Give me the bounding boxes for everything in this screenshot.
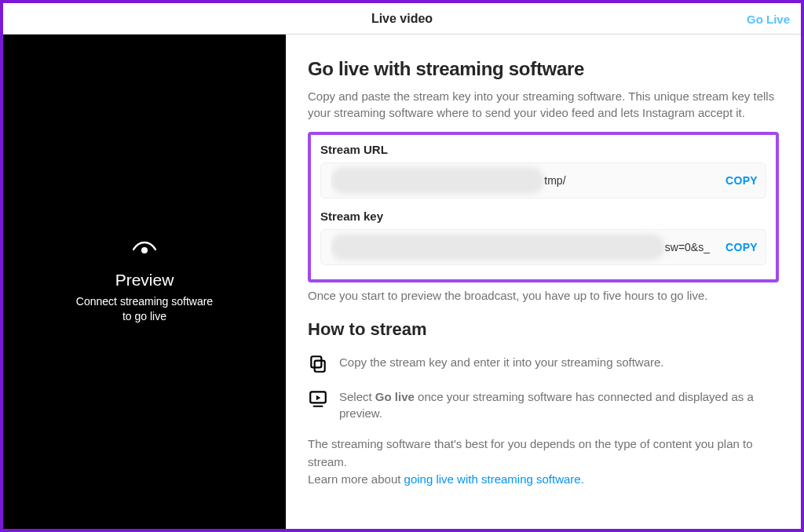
stream-key-value: sw=0&s_ (331, 230, 719, 264)
page-heading: Go live with streaming software (308, 58, 779, 80)
how-to-stream-heading: How to stream (308, 319, 779, 340)
step-2-pre: Select (339, 390, 375, 403)
learn-more-pre: Learn more about (308, 472, 404, 486)
stream-key-tail: sw=0&s_ (665, 241, 710, 253)
stream-key-field[interactable]: sw=0&s_ COPY (320, 229, 766, 265)
stream-key-label: Stream key (320, 210, 766, 223)
learn-more-link[interactable]: going live with streaming software. (404, 472, 584, 486)
footer-note: The streaming software that's best for y… (308, 435, 779, 489)
copy-stream-key-button[interactable]: COPY (725, 241, 758, 253)
step-1-text: Copy the stream key and enter it into yo… (339, 354, 664, 370)
redaction-smudge (331, 167, 544, 194)
step-1: Copy the stream key and enter it into yo… (308, 354, 779, 374)
dialog-title: Live video (371, 12, 433, 26)
stream-url-tail: tmp/ (544, 174, 565, 187)
svg-rect-2 (311, 356, 321, 367)
preview-pane: Preview Connect streaming software to go… (3, 35, 286, 529)
footer-note-text: The streaming software that's best for y… (308, 437, 753, 468)
stream-credentials-box: Stream URL tmp/ COPY Stream key (308, 132, 779, 282)
redaction-smudge (331, 234, 665, 261)
step-2-bold: Go live (375, 390, 415, 403)
preview-subtitle-line1: Connect streaming software (76, 295, 213, 308)
preview-title: Preview (115, 271, 174, 290)
preview-time-note: Once you start to preview the broadcast,… (308, 289, 779, 302)
step-2-text: Select Go live once your streaming softw… (339, 388, 779, 421)
copy-icon (308, 354, 328, 374)
step-2: Select Go live once your streaming softw… (308, 388, 779, 421)
preview-subtitle-line2: to go live (122, 310, 166, 322)
live-video-dialog: Live video Go Live Preview Connect strea… (0, 0, 804, 532)
go-live-button[interactable]: Go Live (747, 12, 790, 25)
stream-url-block: Stream URL tmp/ COPY (320, 143, 766, 199)
svg-point-0 (141, 247, 148, 253)
copy-stream-url-button[interactable]: COPY (725, 174, 758, 187)
stream-url-value: tmp/ (331, 163, 719, 198)
eye-icon (133, 239, 156, 260)
svg-rect-1 (315, 361, 325, 372)
main-pane: Go live with streaming software Copy and… (286, 35, 801, 529)
stream-key-block: Stream key sw=0&s_ COPY (320, 210, 766, 265)
dialog-content: Preview Connect streaming software to go… (3, 35, 801, 529)
preview-subtitle: Connect streaming software to go live (76, 294, 213, 324)
stream-url-field[interactable]: tmp/ COPY (320, 162, 766, 199)
stream-url-label: Stream URL (320, 143, 766, 156)
dialog-header: Live video Go Live (3, 3, 801, 35)
page-description: Copy and paste the stream key into your … (308, 88, 779, 121)
play-monitor-icon (308, 388, 328, 409)
